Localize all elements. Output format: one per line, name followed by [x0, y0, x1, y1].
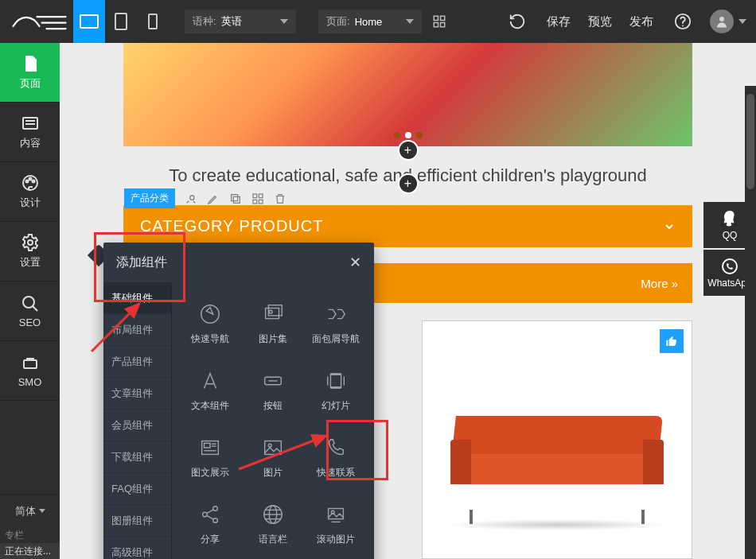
product-image [454, 416, 661, 511]
widget-text[interactable]: 文本组件 [178, 357, 241, 424]
ui-language-label: 简体 [15, 504, 36, 518]
undo-button[interactable] [497, 0, 538, 43]
svg-rect-1 [441, 16, 445, 20]
preview-button[interactable]: 预览 [579, 0, 621, 43]
phone-icon [148, 14, 158, 29]
vertical-scrollbar[interactable] [745, 86, 756, 559]
widget-slideshow[interactable]: 幻灯片 [305, 357, 368, 424]
settings-icon[interactable] [185, 192, 197, 205]
widget-category-product[interactable]: 产品组件 [103, 346, 171, 378]
svg-point-13 [32, 181, 34, 183]
language-select[interactable]: 语种: 英语 [185, 10, 296, 33]
device-tabs [73, 0, 169, 43]
widget-image[interactable]: 图片 [241, 424, 304, 491]
widget-quick-contact[interactable]: 快速联系 [305, 424, 368, 491]
rail-item-column[interactable]: 专栏 [0, 527, 60, 543]
add-widget-popover-anchor: 添加组件 ✕ 基础组件 布局组件 产品组件 文章组件 会员组件 下载组件 FAQ… [103, 243, 374, 559]
widget-category-advanced[interactable]: 高级组件 [103, 537, 171, 559]
popover-title: 添加组件 [116, 254, 167, 271]
hero-pagination[interactable] [123, 132, 692, 138]
device-desktop-tab[interactable] [73, 0, 105, 43]
rail-item-design[interactable]: 设计 [0, 162, 60, 222]
widget-category-layout[interactable]: 布局组件 [103, 314, 171, 346]
add-widget-popover: 添加组件 ✕ 基础组件 布局组件 产品组件 文章组件 会员组件 下载组件 FAQ… [103, 243, 374, 559]
svg-point-44 [212, 506, 217, 510]
svg-point-5 [682, 25, 684, 27]
widget-share[interactable]: 分享 [178, 491, 241, 557]
svg-line-46 [206, 509, 212, 513]
close-icon[interactable]: ✕ [349, 254, 361, 271]
svg-rect-41 [265, 441, 282, 454]
widget-grid: 快速导航 图片集 面包屑导航 文本组件 按钮 [172, 282, 374, 559]
device-tablet-tab[interactable] [105, 0, 137, 43]
svg-rect-31 [331, 374, 341, 387]
svg-point-14 [28, 240, 33, 245]
svg-point-43 [202, 512, 207, 517]
rail-label: 设置 [20, 255, 41, 270]
widget-image-set[interactable]: 图片集 [241, 290, 304, 357]
svg-point-45 [212, 518, 217, 522]
publish-button[interactable]: 发布 [621, 0, 662, 43]
svg-point-42 [268, 444, 271, 447]
svg-point-12 [29, 178, 31, 181]
rail-label: 设计 [20, 196, 41, 210]
tablet-icon [115, 13, 127, 30]
svg-rect-21 [259, 194, 263, 198]
more-label: More » [641, 277, 678, 290]
grid-toggle-button[interactable] [428, 10, 450, 33]
chevron-down-icon[interactable] [663, 220, 676, 233]
widget-quick-nav[interactable]: 快速导航 [178, 290, 241, 357]
widget-category-article[interactable]: 文章组件 [103, 378, 171, 410]
edit-icon[interactable] [207, 192, 220, 205]
add-section-above-button[interactable]: + [399, 142, 417, 159]
contact-label: QQ [723, 230, 738, 241]
save-button[interactable]: 保存 [538, 0, 579, 43]
widget-button[interactable]: 按钮 [241, 357, 304, 424]
chevron-down-icon [738, 19, 746, 24]
brand-logo [6, 7, 70, 36]
hero-banner[interactable] [123, 43, 692, 146]
ui-language-switch[interactable]: 简体 [0, 494, 60, 527]
widget-image-text[interactable]: 图文展示 [178, 424, 241, 491]
svg-rect-17 [24, 360, 37, 368]
desktop-icon [80, 14, 99, 29]
category-widget[interactable]: 产品分类 CATEGORY PRODUCT [123, 205, 692, 247]
like-badge[interactable] [660, 329, 684, 353]
user-avatar[interactable] [710, 10, 734, 33]
widget-category-download[interactable]: 下载组件 [103, 441, 171, 473]
widget-category-member[interactable]: 会员组件 [103, 410, 171, 441]
chevron-down-icon [280, 19, 288, 24]
widget-scroll-image[interactable]: 滚动图片 [305, 491, 368, 557]
language-value: 英语 [221, 14, 271, 29]
svg-rect-0 [434, 16, 438, 20]
rail-label: 内容 [20, 136, 41, 150]
product-card[interactable] [422, 320, 692, 559]
add-section-below-button[interactable]: + [399, 175, 417, 192]
rail-label: SEO [19, 316, 41, 328]
widget-category-gallery[interactable]: 图册组件 [103, 505, 171, 537]
rail-item-page[interactable]: 页面 [0, 43, 60, 103]
svg-rect-23 [259, 200, 263, 204]
svg-rect-18 [233, 196, 240, 203]
trash-icon[interactable] [274, 192, 286, 205]
language-label: 语种: [193, 14, 216, 29]
widget-language-bar[interactable]: 语言栏 [241, 491, 304, 557]
widget-breadcrumb[interactable]: 面包屑导航 [305, 290, 368, 357]
rail-item-smo[interactable]: SMO [0, 341, 60, 401]
rail-item-seo[interactable]: SEO [0, 281, 60, 341]
page-select[interactable]: 页面: Home [318, 10, 422, 33]
copy-icon[interactable] [229, 192, 242, 205]
grid-icon[interactable] [251, 192, 264, 205]
svg-line-47 [206, 515, 212, 519]
widget-category-basic[interactable]: 基础组件 [103, 282, 171, 314]
device-phone-tab[interactable] [137, 0, 169, 43]
widget-category-faq[interactable]: FAQ组件 [103, 473, 171, 505]
widget-type-tag: 产品分类 [124, 188, 175, 208]
status-text: 正在连接... [5, 545, 51, 558]
svg-rect-53 [329, 508, 344, 518]
svg-point-24 [723, 259, 737, 274]
rail-item-content[interactable]: 内容 [0, 103, 60, 162]
rail-item-settings[interactable]: 设置 [0, 222, 60, 281]
help-button[interactable] [662, 0, 703, 43]
chevron-down-icon [39, 509, 45, 513]
